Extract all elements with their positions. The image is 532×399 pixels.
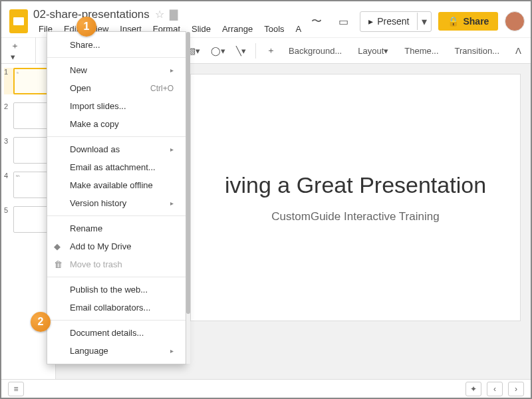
line-icon[interactable]: ╲▾ xyxy=(232,43,250,59)
menu-open[interactable]: OpenCtrl+O xyxy=(47,79,186,97)
layout-button[interactable]: Layout▾ xyxy=(351,43,395,59)
file-menu-dropdown: Share... New▸ OpenCtrl+O Import slides..… xyxy=(47,31,186,364)
chevron-right-icon: ▸ xyxy=(170,200,174,207)
notes-toggle-icon[interactable]: ≡ xyxy=(8,382,24,396)
menu-download-as[interactable]: Download as▸ xyxy=(47,140,186,158)
share-button[interactable]: 🔒 Share xyxy=(438,12,498,31)
menu-arrange[interactable]: Arrange xyxy=(217,23,258,35)
share-label: Share xyxy=(463,16,489,27)
shape-icon[interactable]: ◯▾ xyxy=(207,43,229,59)
menu-make-copy[interactable]: Make a copy xyxy=(47,115,186,133)
background-button[interactable]: Background... xyxy=(282,43,348,59)
slide-subtitle: CustomGuide Interactive Training xyxy=(271,210,439,223)
thumbnail-2[interactable]: 2 xyxy=(4,102,53,129)
lock-icon: 🔒 xyxy=(448,16,459,27)
hide-menus-icon[interactable]: ᐱ xyxy=(511,43,525,59)
avatar[interactable] xyxy=(505,11,525,31)
drive-icon: ◆ xyxy=(54,241,61,251)
theme-button[interactable]: Theme... xyxy=(398,43,445,59)
callout-2: 2 xyxy=(31,312,51,332)
thumbnail-3[interactable]: 3 xyxy=(4,137,53,164)
menu-language[interactable]: Language▸ xyxy=(47,342,186,360)
slides-logo-icon[interactable] xyxy=(9,9,28,33)
menu-add-to-drive[interactable]: ◆Add to My Drive xyxy=(47,237,186,255)
thumbnail-4[interactable]: 4 Wh xyxy=(4,172,53,198)
menu-email-collaborators[interactable]: Email collaborators... xyxy=(47,299,186,317)
menu-tools[interactable]: Tools xyxy=(259,23,289,35)
add-comment-icon[interactable]: ＋ xyxy=(263,42,279,59)
star-icon[interactable]: ☆ xyxy=(155,8,164,21)
folder-icon[interactable]: ▇ xyxy=(170,8,178,21)
menu-new[interactable]: New▸ xyxy=(47,61,186,79)
thumbnail-1[interactable]: 1 G xyxy=(4,68,53,94)
slide-title: iving a Great Presentation xyxy=(225,172,486,198)
menu-slide[interactable]: Slide xyxy=(186,23,216,35)
explore-icon[interactable]: ✦ xyxy=(466,382,481,396)
menu-version-history[interactable]: Version history▸ xyxy=(47,194,186,212)
thumbnail-5[interactable]: 5 xyxy=(4,206,53,233)
chevron-right-icon: ▸ xyxy=(170,347,174,354)
callout-1: 1 xyxy=(76,17,96,37)
prev-slide-icon[interactable]: ‹ xyxy=(487,382,503,396)
play-icon: ▸ xyxy=(368,16,373,27)
footer-bar: ≡ ✦ ‹ › xyxy=(1,379,531,398)
menu-rename[interactable]: Rename xyxy=(47,219,186,237)
menu-email-attachment[interactable]: Email as attachment... xyxy=(47,158,186,176)
next-slide-icon[interactable]: › xyxy=(508,382,524,396)
dropdown-scrollbar[interactable] xyxy=(186,32,190,364)
menu-document-details[interactable]: Document details... xyxy=(47,324,186,342)
menu-import-slides[interactable]: Import slides... xyxy=(47,97,186,115)
menu-available-offline[interactable]: Make available offline xyxy=(47,176,186,194)
present-dropdown-icon[interactable]: ▾ xyxy=(418,12,431,31)
chevron-right-icon: ▸ xyxy=(170,66,174,74)
present-button[interactable]: ▸Present ▾ xyxy=(360,11,432,32)
new-slide-button[interactable]: ＋ ▾ xyxy=(7,37,30,65)
trash-icon: 🗑 xyxy=(54,259,63,269)
menu-publish-to-web[interactable]: Publish to the web... xyxy=(47,281,186,299)
transition-button[interactable]: Transition... xyxy=(448,43,506,59)
chevron-right-icon: ▸ xyxy=(170,146,174,153)
menu-addons[interactable]: A xyxy=(291,23,307,35)
present-label: Present xyxy=(377,16,409,27)
menu-share[interactable]: Share... xyxy=(47,36,186,54)
menu-move-to-trash[interactable]: 🗑Move to trash xyxy=(47,255,186,273)
slide-canvas[interactable]: iving a Great Presentation CustomGuide I… xyxy=(191,74,520,321)
comments-icon[interactable]: ▭ xyxy=(333,11,353,31)
activity-icon[interactable]: 〜 xyxy=(307,11,327,31)
